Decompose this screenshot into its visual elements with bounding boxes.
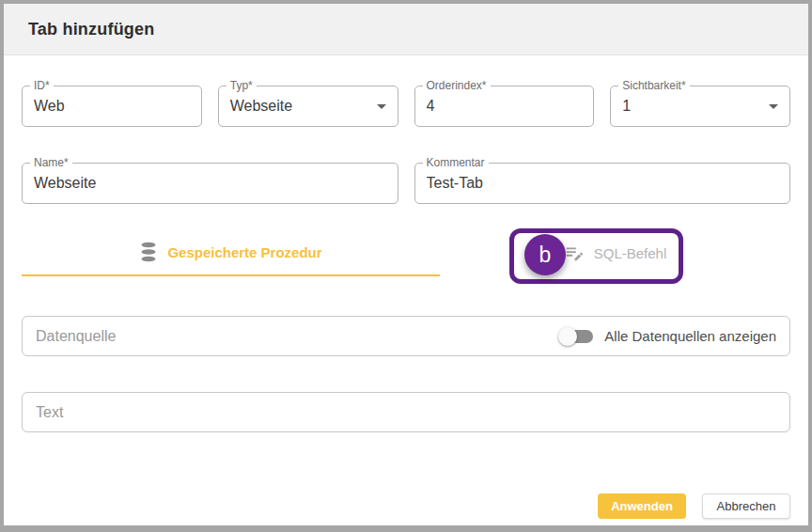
apply-button[interactable]: Anwenden [598, 493, 686, 519]
form-row-2: Name* Kommentar [22, 163, 790, 204]
all-datasources-toggle-label: Alle Datenquellen anzeigen [604, 328, 776, 344]
tab-label-gespeicherte-prozedur: Gespeicherte Prozedur [167, 244, 321, 260]
dialog-footer: Anwenden Abbrechen [22, 493, 790, 519]
id-field-label: ID* [30, 79, 54, 92]
id-input[interactable] [34, 98, 190, 115]
chevron-down-icon[interactable] [769, 104, 778, 109]
orderindex-input[interactable] [427, 98, 583, 115]
all-datasources-toggle[interactable] [561, 330, 593, 343]
text-field[interactable] [22, 392, 790, 432]
add-tab-dialog: Tab hinzufügen ID* Typ* Webseite Orderin… [0, 0, 812, 532]
dialog-body: ID* Typ* Webseite Orderindex* Sichtbarke… [4, 86, 808, 519]
dialog-title: Tab hinzufügen [28, 20, 154, 39]
name-input[interactable] [34, 175, 386, 192]
kommentar-field-label: Kommentar [423, 156, 489, 169]
typ-selected-value: Webseite [230, 98, 371, 115]
tab-label-sql-befehl: SQL-Befehl [594, 245, 667, 261]
tab-bar: Gespeicherte Prozedur SQL-Befehl b [22, 229, 790, 278]
datenquelle-field[interactable]: Alle Datenquellen anzeigen [22, 316, 790, 356]
text-input[interactable] [36, 404, 776, 421]
datenquelle-input[interactable] [36, 328, 557, 345]
id-field[interactable]: ID* [22, 86, 202, 127]
chevron-down-icon[interactable] [377, 104, 386, 109]
cancel-button[interactable]: Abbrechen [702, 493, 790, 519]
typ-select[interactable]: Typ* Webseite [218, 86, 398, 127]
orderindex-field-label: Orderindex* [423, 79, 491, 92]
dialog-header: Tab hinzufügen [4, 4, 808, 55]
typ-field-label: Typ* [226, 79, 257, 92]
datasource-toggle-group: Alle Datenquellen anzeigen [557, 328, 776, 344]
name-field-label: Name* [30, 156, 72, 169]
orderindex-field[interactable]: Orderindex* [414, 86, 595, 127]
sichtbarkeit-select[interactable]: Sichtbarkeit* 1 [610, 86, 790, 127]
edit-note-icon [564, 243, 585, 263]
tab-gespeicherte-prozedur[interactable]: Gespeicherte Prozedur [22, 229, 440, 276]
name-field[interactable]: Name* [22, 163, 398, 204]
database-icon [139, 242, 158, 262]
form-row-1: ID* Typ* Webseite Orderindex* Sichtbarke… [22, 86, 790, 127]
sichtbarkeit-field-label: Sichtbarkeit* [618, 79, 689, 92]
kommentar-field[interactable]: Kommentar [414, 163, 791, 204]
toggle-thumb[interactable] [558, 327, 577, 346]
sichtbarkeit-selected-value: 1 [622, 98, 763, 115]
kommentar-input[interactable] [427, 175, 779, 192]
tab-sql-befehl[interactable]: SQL-Befehl [440, 229, 790, 276]
